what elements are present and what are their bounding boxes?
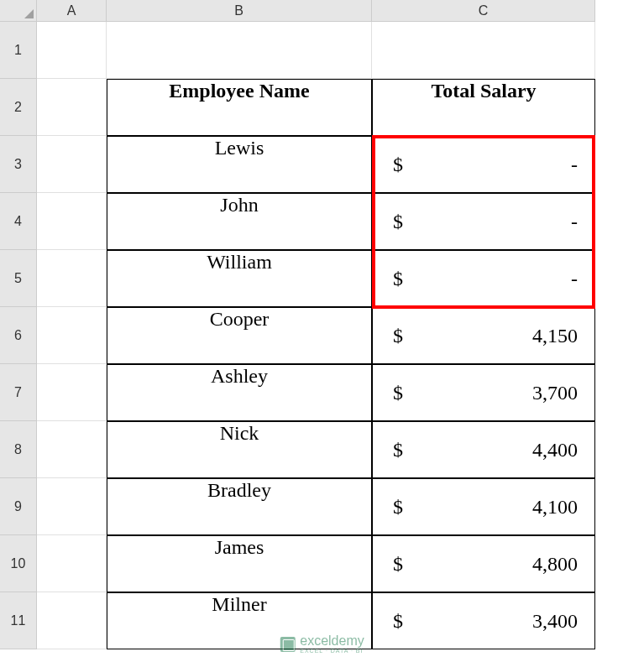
row-headers: 1 2 3 4 5 6 7 8 9 10 11: [0, 22, 37, 649]
row-header-6[interactable]: 6: [0, 307, 37, 364]
cell-a2[interactable]: [37, 79, 107, 136]
cell-name-5[interactable]: Nick: [107, 421, 372, 478]
cell-name-6[interactable]: Bradley: [107, 478, 372, 535]
cell-salary-5[interactable]: $ 4,400: [372, 421, 595, 478]
salary-value-2: -: [571, 268, 578, 290]
cell-salary-6[interactable]: $ 4,100: [372, 478, 595, 535]
cell-a4[interactable]: [37, 193, 107, 250]
row-header-2[interactable]: 2: [0, 79, 37, 136]
cell-name-7[interactable]: James: [107, 535, 372, 592]
cell-c1[interactable]: [372, 22, 595, 79]
row-header-8[interactable]: 8: [0, 421, 37, 478]
row-header-9[interactable]: 9: [0, 478, 37, 535]
col-header-b[interactable]: B: [107, 0, 372, 22]
cell-a8[interactable]: [37, 421, 107, 478]
cell-a1[interactable]: [37, 22, 107, 79]
cell-a10[interactable]: [37, 535, 107, 592]
header-employee-name[interactable]: Employee Name: [107, 79, 372, 136]
salary-value-1: -: [571, 211, 578, 233]
currency-symbol: $: [393, 496, 403, 519]
cell-salary-1[interactable]: $ -: [372, 193, 595, 250]
cell-a9[interactable]: [37, 478, 107, 535]
cell-name-0[interactable]: Lewis: [107, 136, 372, 193]
currency-symbol: $: [393, 439, 403, 461]
row-header-1[interactable]: 1: [0, 22, 37, 79]
currency-symbol: $: [393, 154, 403, 176]
cell-name-1[interactable]: John: [107, 193, 372, 250]
row-header-7[interactable]: 7: [0, 364, 37, 421]
cell-a6[interactable]: [37, 307, 107, 364]
row-header-4[interactable]: 4: [0, 193, 37, 250]
watermark-sub-text: EXCEL · DATA · BI: [300, 648, 364, 654]
currency-symbol: $: [393, 268, 403, 290]
row-header-10[interactable]: 10: [0, 535, 37, 592]
cell-salary-3[interactable]: $ 4,150: [372, 307, 595, 364]
salary-value-8: 3,400: [532, 610, 578, 633]
row-header-5[interactable]: 5: [0, 250, 37, 307]
col-header-a[interactable]: A: [37, 0, 107, 22]
cell-a11[interactable]: [37, 592, 107, 649]
currency-symbol: $: [393, 382, 403, 404]
cell-name-3[interactable]: Cooper: [107, 307, 372, 364]
cell-salary-4[interactable]: $ 3,700: [372, 364, 595, 421]
watermark-main-text: exceldemy: [300, 634, 364, 648]
column-headers: A B C: [37, 0, 595, 22]
salary-value-0: -: [571, 154, 578, 176]
watermark: exceldemy EXCEL · DATA · BI: [280, 634, 364, 654]
currency-symbol: $: [393, 325, 403, 347]
salary-value-6: 4,100: [532, 496, 578, 519]
cell-name-4[interactable]: Ashley: [107, 364, 372, 421]
salary-value-3: 4,150: [532, 325, 578, 347]
cell-salary-0[interactable]: $ -: [372, 136, 595, 193]
cell-a5[interactable]: [37, 250, 107, 307]
header-total-salary[interactable]: Total Salary: [372, 79, 595, 136]
cell-salary-2[interactable]: $ -: [372, 250, 595, 307]
col-header-c[interactable]: C: [372, 0, 595, 22]
currency-symbol: $: [393, 553, 403, 576]
currency-symbol: $: [393, 610, 403, 633]
row-header-11[interactable]: 11: [0, 592, 37, 649]
cell-name-2[interactable]: William: [107, 250, 372, 307]
cell-a7[interactable]: [37, 364, 107, 421]
select-all-cell[interactable]: [0, 0, 37, 22]
row-header-3[interactable]: 3: [0, 136, 37, 193]
spreadsheet-container: A B C 1 2 3 4 5 6 7 8 9 10 11 Employee N…: [0, 0, 644, 662]
select-all-triangle-icon: [24, 9, 34, 18]
cell-b1[interactable]: [107, 22, 372, 79]
watermark-text: exceldemy EXCEL · DATA · BI: [300, 634, 364, 654]
cell-salary-8[interactable]: $ 3,400: [372, 592, 595, 649]
currency-symbol: $: [393, 211, 403, 233]
watermark-logo-icon: [280, 637, 295, 652]
salary-value-5: 4,400: [532, 439, 578, 461]
salary-value-7: 4,800: [532, 553, 578, 576]
cell-a3[interactable]: [37, 136, 107, 193]
grid-area: Employee Name Total Salary Lewis $ - Joh…: [37, 22, 595, 649]
salary-value-4: 3,700: [532, 382, 578, 404]
cell-salary-7[interactable]: $ 4,800: [372, 535, 595, 592]
